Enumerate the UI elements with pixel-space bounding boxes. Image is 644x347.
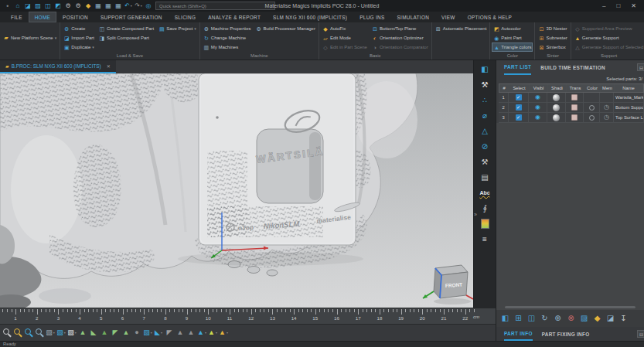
measure-angle-icon[interactable]: △ [479,125,491,137]
quick-search-input[interactable] [155,2,275,10]
create-new-part-icon[interactable]: ◧ [499,313,511,325]
mark-all-icon[interactable]: ▲ [121,327,131,339]
ribbon-button-machine-properties[interactable]: ⚙Machine Properties [202,24,253,33]
ribbon-button-create[interactable]: ⚙Create [62,24,96,33]
ribbon-button-automatic-placement[interactable]: ⊞Automatic Placement [434,24,489,33]
autofix-quick-icon[interactable]: ◆ [83,2,93,11]
column-header-name[interactable]: Name [615,84,643,92]
menu-grid-icon[interactable]: ▪ [3,2,12,11]
shading-sphere-icon[interactable] [553,94,560,101]
mark-sphere-icon[interactable]: ● [131,327,142,339]
select-checkbox[interactable]: ✓ [516,104,522,111]
undo-icon[interactable]: ↶▾ [124,2,133,11]
ribbon-button-3d-nester[interactable]: ⊡3D Nester [537,24,568,33]
slice-preview-icon[interactable] [479,218,491,230]
menu-tab-slm-nxg-xii-600-implicits[interactable]: SLM NXG XII 600 (IMPLICITS) [267,12,353,22]
remove-part-icon[interactable]: ⊗ [565,313,577,325]
horizontal-scrollbar[interactable] [505,306,635,308]
ribbon-button-paint-part[interactable]: ◉Paint Part [492,33,533,43]
column-header-trans[interactable]: Trans [567,84,584,92]
part-row-top-surface-label[interactable]: 3✓◉◷Top Surface Label [499,113,644,123]
column-header-mem[interactable]: Mem [601,84,615,92]
menu-tab-simulation[interactable]: SIMULATION [391,12,436,22]
expand-toolbar-chevron[interactable]: » [474,212,477,217]
ribbon-button-orientation-comparator[interactable]: ◑Orientation Comparator [370,43,430,52]
column-header-select[interactable]: Select [509,84,530,92]
machine-setup-2-icon[interactable]: ▦ [104,2,113,11]
ribbon-button-sinterbox[interactable]: ⊠Sinterbox [537,43,568,52]
machine-setup-1-icon[interactable]: ▦ [94,2,103,11]
column-header-shadi[interactable]: Shadi [548,84,567,92]
mark-shell-icon[interactable]: ◤ [110,327,121,339]
ribbon-button-create-composed-part[interactable]: ◫Create Composed Part [97,24,155,33]
viewport-3d-scene[interactable]: WÄRTSILÄ nTop NikonSLM materialise [0,73,473,308]
close-button[interactable]: ✕ [631,3,636,9]
menu-tab-file[interactable]: FILE [5,12,29,22]
annotations-icon[interactable]: Abc [479,187,491,199]
ribbon-button-my-machines[interactable]: ▥My Machines [202,43,253,52]
viewport-tab-bproc[interactable]: ▰ B.PROC: SLM NXG XII 600 (IMPLICITS) ✕ [0,60,116,73]
ribbon-button-change-machine[interactable]: ↻Change Machine [202,33,253,43]
maximize-button[interactable]: □ [616,3,620,9]
menu-tab-position[interactable]: POSITION [56,12,94,22]
ribbon-button-triangle-colors[interactable]: ▲Triangle colors [492,43,533,52]
ribbon-button-edit-in-part-scene[interactable]: ◇Edit in Part Scene [321,43,369,52]
ribbon-button-subnester[interactable]: ⊞Subnester [537,33,568,43]
menu-tab-analyze-report[interactable]: ANALYZE & REPORT [202,12,267,22]
ribbon-button-edit-mode[interactable]: ▱Edit Mode [321,33,369,43]
support-surface-icon[interactable]: ◆ [591,313,603,325]
convert-part-icon[interactable]: ↻ [539,313,550,325]
ribbon-button-import-part[interactable]: ◪Import Part [62,33,96,43]
new-scene-icon[interactable]: ◪ [23,2,32,11]
hide-triangles-icon[interactable]: ▲▾ [218,327,229,339]
ribbon-button-split-composed-part[interactable]: ◨Split Composed Part [97,33,155,43]
part-row-wartsila-marketing[interactable]: 1✓◉Wartsila_Marketing [499,93,644,103]
ribbon-button-autofix[interactable]: ◆AutoFix [321,24,369,33]
transparency-icon[interactable] [571,94,578,100]
ribbon-button-duplicate[interactable]: ▣Duplicate▾ [62,43,96,52]
zoom-selection-icon[interactable] [34,327,45,339]
search-icon[interactable]: ◎ [144,2,153,11]
home-icon[interactable]: ⌂ [13,2,22,11]
select-triangles-icon[interactable]: ◣▾ [153,327,164,339]
attachment-icon[interactable]: ∮ [479,202,491,214]
shading-sphere-icon[interactable] [553,114,560,121]
tab-part-info[interactable]: PART INFO [504,327,533,341]
ribbon-button-autocolor[interactable]: ◩Autocolor [492,24,533,33]
menu-tab-options-help[interactable]: OPTIONS & HELP [462,12,518,22]
part-cube-icon[interactable]: ◪ [605,313,616,325]
tab-part-fixing-info[interactable]: PART FIXING INFO [542,327,590,341]
fix-tools-icon[interactable]: ⚒ [479,156,491,168]
ribbon-button-save-project[interactable]: ▤Save Project▾ [157,24,198,33]
column-header-color[interactable]: Color [584,84,601,92]
transparency-icon[interactable] [571,104,578,111]
zoom-fit-icon[interactable] [2,327,12,339]
settings-gear-icon[interactable]: ⚙ [63,2,73,11]
duplicate-part-icon[interactable]: ⊞ [513,313,524,325]
minimize-button[interactable]: – [602,3,605,9]
open-project-icon[interactable]: ◫ [43,2,53,11]
ribbon-button-supported-area-preview[interactable]: ◇Supported Area Preview [573,24,644,33]
color-ring-icon[interactable] [589,115,595,121]
redo-icon[interactable]: ↷▾ [134,2,143,11]
wrench-tool-icon[interactable]: ⚒ [479,79,491,90]
import-part-icon[interactable]: ▨ [33,2,43,11]
panel-menu-button[interactable]: ⊟ [637,63,644,71]
ribbon-button-generate-support[interactable]: ▲Generate Support [573,33,644,43]
select-checkbox[interactable]: ✓ [516,114,522,121]
layers-icon[interactable]: ≡ [479,233,491,245]
zoom-in-icon[interactable] [12,327,23,339]
view-home-icon[interactable]: ▧▾ [45,327,56,339]
grow-selection-icon[interactable]: ▲ [175,327,186,339]
export-part-icon[interactable]: ↧ [618,313,629,325]
render-mode-icon[interactable]: ▧▾ [66,327,77,339]
measure-diameter-icon[interactable]: ⌀ [479,110,491,121]
transparency-icon[interactable] [571,114,578,121]
visibility-eye-icon[interactable]: ◉ [535,104,540,111]
visibility-eye-icon[interactable]: ◉ [535,114,540,121]
ribbon-button-new-platform-scene[interactable]: ▰New Platform Scene▾ [2,33,58,43]
menu-tab-home[interactable]: HOME [29,12,56,22]
color-ring-icon[interactable] [589,105,595,111]
visibility-eye-icon[interactable]: ◉ [535,94,540,100]
bp-settings-gear-icon[interactable]: ⚙ [73,2,83,11]
